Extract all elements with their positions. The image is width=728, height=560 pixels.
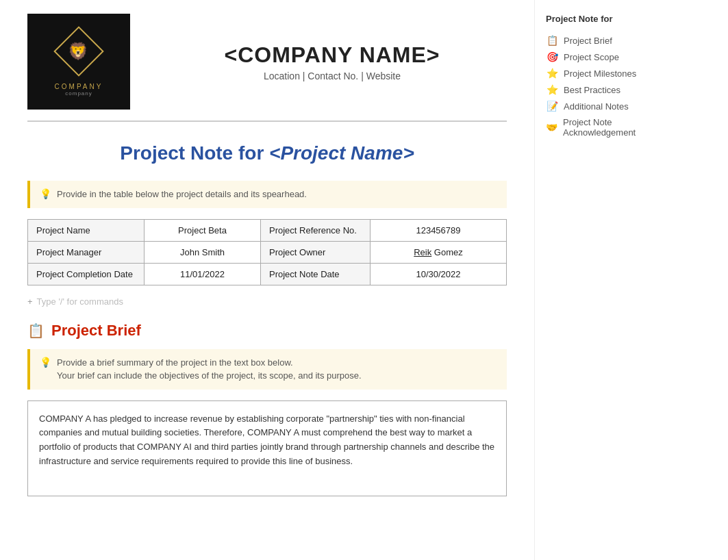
hint-line-1: Provide a brief summary of the project i… (57, 356, 362, 370)
company-logo: 🦁 COMPANY company (27, 14, 130, 110)
hint-text-2: Provide a brief summary of the project i… (57, 356, 362, 383)
company-name: <COMPANY NAME> (158, 42, 507, 68)
company-info: <COMPANY NAME> Location | Contact No. | … (158, 42, 507, 81)
sidebar-item[interactable]: 🎯Project Scope (546, 49, 674, 65)
table-label-1: Project Completion Date (28, 263, 145, 285)
logo-text: COMPANY (55, 83, 103, 90)
company-details: Location | Contact No. | Website (158, 71, 507, 81)
hint-icon-2: 💡 (40, 357, 51, 368)
sidebar-item[interactable]: 📋Project Brief (546, 32, 674, 49)
table-label-2: Project Note Date (261, 263, 371, 285)
table-label-2: Project Reference No. (261, 219, 371, 241)
table-value-1: 11/01/2022 (145, 263, 261, 285)
sidebar-item-icon: 📝 (546, 101, 558, 112)
add-placeholder: Type '/' for commands (37, 296, 123, 307)
sidebar-item-label: Project Scope (564, 52, 619, 62)
project-table: Project NameProject BetaProject Referenc… (27, 219, 507, 285)
page-title-static: Project Note for (120, 142, 264, 164)
hint-box-1: 💡 Provide in the table below the project… (27, 181, 507, 208)
sidebar-title: Project Note for (546, 14, 674, 24)
sidebar-item-icon: 🎯 (546, 51, 558, 62)
table-value-2: 10/30/2022 (371, 263, 507, 285)
sidebar-item-icon: 📋 (546, 35, 558, 46)
header-section: 🦁 COMPANY company <COMPANY NAME> Locatio… (27, 14, 507, 122)
table-value-2: 123456789 (371, 219, 507, 241)
sidebar-item-label: Additional Notes (564, 101, 629, 112)
sidebar-item[interactable]: ⭐Project Milestones (546, 65, 674, 81)
page-title: Project Note for <Project Name> (27, 142, 507, 164)
main-content: 🦁 COMPANY company <COMPANY NAME> Locatio… (0, 0, 534, 560)
sidebar-item-label: Best Practices (564, 85, 620, 95)
table-label-1: Project Manager (28, 241, 145, 263)
sidebar-item-icon: 🤝 (546, 122, 557, 133)
hint-line-2: Your brief can include the objectives of… (57, 369, 362, 383)
sidebar-item[interactable]: 🤝Project Note Acknowledgement (546, 114, 674, 140)
section-header-brief: 📋 Project Brief (27, 322, 507, 340)
section-title-brief: Project Brief (51, 322, 141, 340)
table-value-2: Reik Gomez (371, 241, 507, 263)
table-row: Project ManagerJohn SmithProject OwnerRe… (28, 241, 507, 263)
table-label-1: Project Name (28, 219, 145, 241)
project-brief-text: COMPANY A has pledged to increase revenu… (39, 413, 494, 466)
project-brief-content[interactable]: COMPANY A has pledged to increase revenu… (27, 400, 507, 496)
hint-icon-1: 💡 (40, 188, 51, 199)
sidebar-item-label: Project Note Acknowledgement (563, 117, 674, 138)
hint-box-2: 💡 Provide a brief summary of the project… (27, 349, 507, 390)
sidebar-item-icon: ⭐ (546, 84, 558, 95)
sidebar-item[interactable]: ⭐Best Practices (546, 81, 674, 98)
add-block[interactable]: + Type '/' for commands (27, 292, 507, 311)
sidebar-item[interactable]: 📝Additional Notes (546, 98, 674, 114)
sidebar-item-icon: ⭐ (546, 68, 558, 79)
sidebar-item-label: Project Brief (564, 36, 612, 46)
table-row: Project Completion Date11/01/2022Project… (28, 263, 507, 285)
section-icon-brief: 📋 (27, 322, 45, 339)
logo-subtitle: company (65, 90, 92, 97)
sidebar: Project Note for 📋Project Brief🎯Project … (534, 0, 685, 560)
table-row: Project NameProject BetaProject Referenc… (28, 219, 507, 241)
table-value-1: Project Beta (145, 219, 261, 241)
table-label-2: Project Owner (261, 241, 371, 263)
table-value-1: John Smith (145, 241, 261, 263)
hint-text-1: Provide in the table below the project d… (57, 188, 307, 201)
page-title-italic: <Project Name> (269, 142, 414, 164)
add-icon: + (27, 296, 33, 307)
sidebar-item-label: Project Milestones (564, 68, 636, 79)
